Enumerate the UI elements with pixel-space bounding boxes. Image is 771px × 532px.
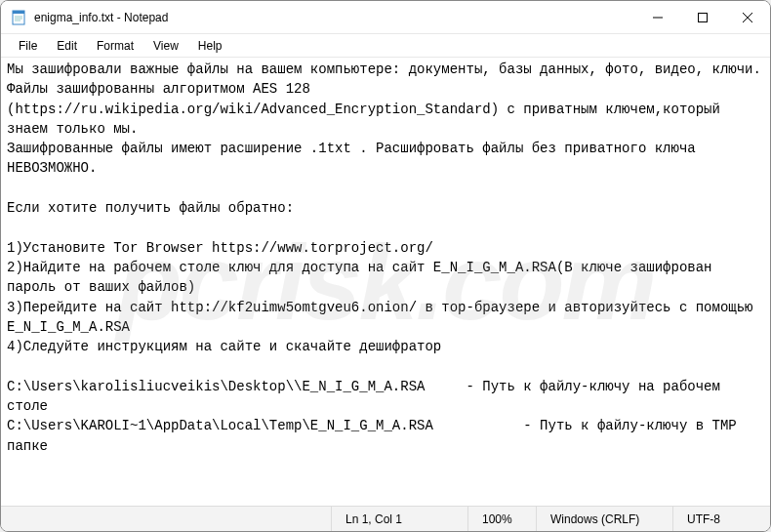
text-area[interactable]: Мы зашифровали важные файлы на вашем ком…	[1, 58, 770, 506]
menu-edit[interactable]: Edit	[47, 37, 87, 55]
window-title: enigma_info.txt - Notepad	[34, 11, 168, 24]
close-icon	[743, 13, 752, 22]
minimize-icon	[653, 13, 663, 22]
svg-rect-1	[13, 11, 24, 14]
menu-view[interactable]: View	[143, 37, 188, 55]
menu-help[interactable]: Help	[188, 37, 232, 55]
menu-format[interactable]: Format	[87, 37, 143, 55]
watermark: pcrisk.com	[117, 204, 655, 360]
titlebar[interactable]: enigma_info.txt - Notepad	[1, 1, 770, 34]
notepad-icon	[11, 10, 26, 25]
status-encoding: UTF-8	[672, 507, 770, 531]
notepad-window: enigma_info.txt - Notepad File Edit Form…	[0, 0, 771, 532]
maximize-button[interactable]	[680, 1, 725, 33]
maximize-icon	[698, 13, 708, 22]
status-lineending: Windows (CRLF)	[536, 507, 672, 531]
svg-rect-6	[699, 13, 708, 21]
close-button[interactable]	[725, 1, 770, 33]
menu-file[interactable]: File	[9, 37, 47, 55]
status-position: Ln 1, Col 1	[331, 507, 467, 531]
window-controls	[635, 1, 770, 33]
menubar: File Edit Format View Help	[1, 34, 770, 58]
status-zoom: 100%	[467, 507, 536, 531]
minimize-button[interactable]	[635, 1, 680, 33]
statusbar: Ln 1, Col 1 100% Windows (CRLF) UTF-8	[1, 506, 770, 531]
text-content: Мы зашифровали важные файлы на вашем ком…	[7, 61, 761, 454]
